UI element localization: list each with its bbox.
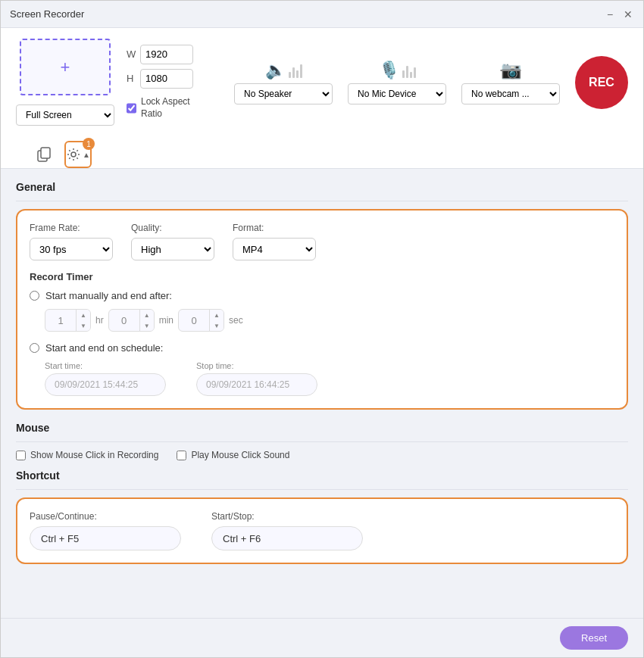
speaker-select-wrapper: No Speaker [234,83,333,104]
speaker-icon-row: 🔈 [265,61,302,80]
bar3 [410,72,412,78]
mic-select[interactable]: No Mic Device [348,83,446,104]
sec-input[interactable] [179,310,209,331]
hr-down-button[interactable]: ▼ [77,320,90,331]
speaker-bars [289,63,302,78]
hr-spin-buttons: ▲ ▼ [76,310,90,331]
shortcut-fields-row: Pause/Continue: Start/Stop: [30,511,614,550]
min-input[interactable] [109,310,139,331]
sec-up-button[interactable]: ▲ [210,310,224,320]
start-time-label: Start time: [45,361,166,370]
speaker-icon: 🔈 [265,61,286,80]
min-up-button[interactable]: ▲ [140,310,154,320]
hr-up-button[interactable]: ▲ [77,310,90,320]
screen-select-wrapper: Full Screen [16,104,114,126]
shortcut-card: Pause/Continue: Start/Stop: [16,497,628,564]
settings-icon [66,147,81,162]
schedule-label: Start and end on schedule: [45,342,163,354]
min-unit: min [159,315,174,326]
bar4 [300,64,302,78]
stop-time-input[interactable] [196,373,317,396]
webcam-select[interactable]: No webcam ... [461,83,560,104]
general-divider [16,201,628,201]
shortcut-divider [16,489,628,490]
hr-input[interactable] [45,310,76,331]
lock-aspect-checkbox[interactable] [127,103,136,114]
mic-icon: 🎙️ [379,61,399,80]
mic-select-wrapper: No Mic Device [348,83,446,104]
pause-input[interactable] [30,526,181,550]
title-bar: Screen Recorder − ✕ [1,1,643,28]
frame-rate-select[interactable]: 30 fps 60 fps 24 fps [30,238,113,260]
bar4 [414,67,416,78]
hr-unit: hr [95,315,104,326]
settings-tool-button[interactable]: 1 ▲ [64,141,92,168]
lock-row: Lock Aspect Ratio [127,96,207,120]
schedule-times: Start time: Stop time: [30,361,614,396]
time-inputs-row: ▲ ▼ hr ▲ ▼ min ▲ ▼ [30,309,614,332]
devices-area: 🔈 No Speaker [234,61,560,104]
toolbar-row: 1 ▲ [16,135,628,168]
copy-icon [37,147,52,162]
content-area: General Frame Rate: 30 fps 60 fps 24 fps… [1,169,643,618]
record-timer-title: Record Timer [30,271,614,282]
play-sound-label: Play Mouse Click Sound [191,450,289,460]
bar1 [402,70,405,78]
speaker-device: 🔈 No Speaker [234,61,333,104]
height-row: H [127,69,207,89]
reset-button[interactable]: Reset [560,626,628,650]
play-sound-checkbox[interactable] [177,451,186,460]
header-top-row: + Full Screen W H [16,39,628,126]
screen-preview[interactable]: + [20,39,111,95]
stop-time-label: Stop time: [196,361,317,370]
general-card: Frame Rate: 30 fps 60 fps 24 fps Quality… [16,209,628,410]
footer-bar: Reset [1,618,643,657]
frame-rate-group: Frame Rate: 30 fps 60 fps 24 fps [30,223,113,260]
general-title: General [16,181,628,193]
speaker-select[interactable]: No Speaker [234,83,333,104]
start-time-input[interactable] [45,373,166,396]
quality-select[interactable]: High Medium Low [131,238,214,260]
width-label: W [127,48,136,60]
mouse-section: Mouse Show Mouse Click in Recording Play… [16,422,628,460]
screen-select[interactable]: Full Screen [16,104,114,126]
mouse-divider [16,441,628,442]
lock-aspect-label: Lock Aspect Ratio [141,96,207,120]
webcam-select-wrapper: No webcam ... [461,83,560,104]
sec-down-button[interactable]: ▼ [210,320,224,331]
bar3 [296,70,299,78]
start-time-field: Start time: [45,361,166,396]
window-title: Screen Recorder [10,8,604,20]
settings-badge: 1 [83,138,95,150]
manual-radio[interactable] [30,291,39,301]
close-button[interactable]: ✕ [622,8,634,20]
height-input[interactable] [140,69,193,89]
rec-button[interactable]: REC [575,56,628,109]
general-fields-row: Frame Rate: 30 fps 60 fps 24 fps Quality… [30,223,614,260]
manual-radio-row: Start manually and end after: [30,290,614,301]
format-select[interactable]: MP4 AVI MOV [233,238,316,260]
schedule-radio[interactable] [30,343,39,353]
stop-time-field: Stop time: [196,361,317,396]
format-group: Format: MP4 AVI MOV [233,223,316,260]
format-label: Format: [233,223,316,233]
sec-spin-buttons: ▲ ▼ [209,310,224,331]
copy-tool-button[interactable] [31,141,58,168]
hr-spin-group: ▲ ▼ [45,309,91,332]
play-sound-item: Play Mouse Click Sound [177,450,289,460]
header-area: + Full Screen W H [1,28,643,169]
sec-unit: sec [229,315,243,326]
svg-point-2 [71,152,76,157]
shortcut-section: Shortcut Pause/Continue: Start/Stop: [16,469,628,564]
window-controls: − ✕ [604,8,634,20]
webcam-icon-row: 📷 [501,61,521,80]
pause-field: Pause/Continue: [30,511,181,550]
width-input[interactable] [140,45,193,64]
start-stop-input[interactable] [211,526,363,550]
min-down-button[interactable]: ▼ [140,320,154,331]
mic-bars [402,63,416,78]
show-click-item: Show Mouse Click in Recording [16,450,158,460]
settings-expand-icon: ▲ [83,151,90,159]
show-click-checkbox[interactable] [16,451,26,460]
minimize-button[interactable]: − [604,8,616,20]
